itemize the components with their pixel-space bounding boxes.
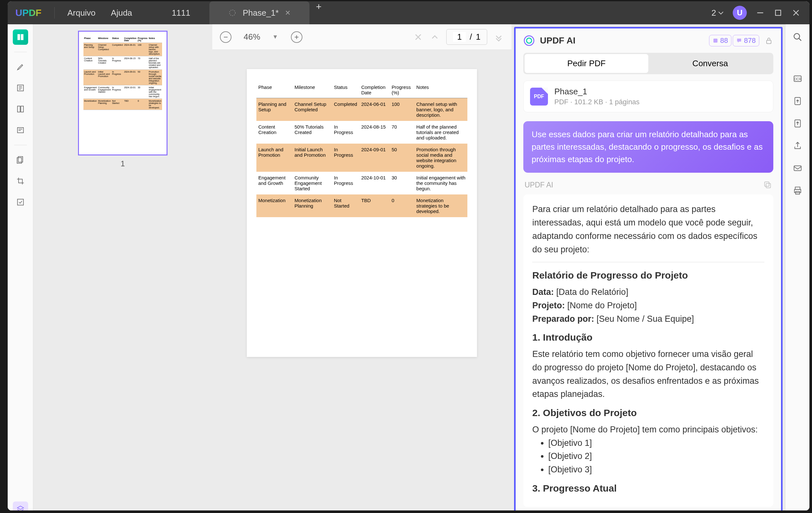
- svg-rect-12: [713, 39, 717, 43]
- pdf-page: PhaseMilestoneStatusCompletion DateProgr…: [247, 69, 477, 357]
- titlebar: UPDF Arquivo Ajuda 1111 Phase_1* × + 2 U: [8, 1, 809, 24]
- app-logo: UPDF: [16, 7, 41, 18]
- view-toolbar: − 46% ▼ + / 1: [212, 24, 512, 50]
- ai-panel: UPDF AI 88 878 Pedir PDF Conversa PDF Ph…: [514, 27, 783, 510]
- search-button[interactable]: [791, 31, 804, 44]
- credits-badge-2[interactable]: 878: [733, 35, 759, 46]
- ai-mode-tabs: Pedir PDF Conversa: [523, 53, 773, 74]
- tab-chat[interactable]: Conversa: [648, 54, 772, 73]
- copy-icon[interactable]: [763, 180, 772, 189]
- svg-rect-5: [21, 106, 23, 112]
- tab-title: 1111: [172, 8, 190, 18]
- form-tool[interactable]: [13, 122, 28, 138]
- svg-line-18: [799, 38, 801, 41]
- zoom-value: 46%: [238, 32, 266, 42]
- svg-point-17: [794, 34, 800, 39]
- minimize-icon[interactable]: [756, 8, 765, 17]
- reader-mode-button[interactable]: [13, 29, 28, 45]
- prev-page-icon[interactable]: [430, 32, 440, 42]
- svg-rect-6: [17, 127, 23, 133]
- svg-rect-14: [766, 183, 771, 188]
- ocr-button[interactable]: OCR: [791, 72, 804, 85]
- separator: [14, 145, 27, 145]
- svg-point-0: [230, 10, 235, 16]
- app-body: PhaseMilestoneStatusCompletion DateProgr…: [8, 24, 809, 510]
- main-view: − 46% ▼ + / 1 PhaseMilestoneStatusComple…: [212, 24, 512, 510]
- svg-point-11: [526, 38, 532, 43]
- maximize-icon[interactable]: [774, 8, 783, 17]
- menu-help[interactable]: Ajuda: [103, 8, 140, 18]
- crop-tool[interactable]: [13, 173, 28, 189]
- tab-phase1[interactable]: Phase_1* ×: [209, 1, 310, 24]
- svg-text:OCR: OCR: [794, 77, 801, 81]
- document-area[interactable]: PhaseMilestoneStatusCompletion DateProgr…: [212, 50, 512, 510]
- redact-tool[interactable]: [13, 195, 28, 210]
- highlight-tool[interactable]: [13, 59, 28, 75]
- layers-button[interactable]: [13, 502, 28, 510]
- ai-title: UPDF AI: [540, 35, 575, 46]
- next-page-icon[interactable]: [494, 32, 504, 42]
- close-window-icon[interactable]: [791, 8, 801, 17]
- tab-counter[interactable]: 2: [712, 8, 724, 18]
- thumbnail-panel: PhaseMilestoneStatusCompletion DateProgr…: [33, 24, 212, 510]
- page-separator: /: [470, 32, 472, 42]
- unsaved-icon: [229, 9, 236, 17]
- print-button[interactable]: [791, 184, 804, 197]
- zoom-in-button[interactable]: +: [291, 31, 302, 43]
- right-toolbar: OCR: [785, 24, 809, 510]
- lock-icon[interactable]: [764, 36, 773, 45]
- tab-1111[interactable]: 1111: [152, 1, 209, 24]
- app-window: UPDF Arquivo Ajuda 1111 Phase_1* × + 2 U: [8, 1, 809, 510]
- first-page-icon[interactable]: [413, 32, 423, 42]
- zoom-out-button[interactable]: −: [220, 31, 231, 43]
- credits-badge-1[interactable]: 88: [709, 35, 731, 46]
- svg-rect-2: [776, 10, 781, 16]
- current-page-input[interactable]: [453, 32, 466, 42]
- separator: [14, 52, 27, 52]
- share-button[interactable]: [791, 139, 804, 152]
- svg-rect-13: [766, 40, 771, 44]
- svg-rect-9: [17, 199, 23, 205]
- avatar[interactable]: U: [733, 6, 747, 20]
- total-pages: 1: [476, 32, 481, 42]
- file-meta: PDF · 101.2 KB · 1 páginas: [554, 98, 640, 106]
- thumbnail-number: 1: [46, 159, 200, 168]
- window-controls: 2 U: [712, 6, 809, 20]
- close-icon[interactable]: ×: [285, 8, 290, 18]
- add-tab-button[interactable]: +: [310, 1, 328, 24]
- menu-file[interactable]: Arquivo: [60, 8, 103, 18]
- svg-rect-4: [17, 106, 20, 112]
- svg-rect-24: [795, 187, 800, 190]
- compress-button[interactable]: [791, 117, 804, 130]
- left-toolbar: [8, 24, 33, 510]
- pdf-file-icon: PDF: [530, 88, 548, 106]
- email-button[interactable]: [791, 162, 804, 175]
- file-card[interactable]: PDF Phase_1 PDF · 101.2 KB · 1 páginas: [523, 81, 773, 112]
- menu-separator: [54, 7, 55, 19]
- svg-rect-15: [765, 182, 769, 187]
- document-tabs: 1111 Phase_1* × +: [152, 1, 328, 24]
- svg-rect-23: [794, 166, 801, 171]
- tab-title: Phase_1*: [243, 8, 279, 18]
- file-name: Phase_1: [554, 87, 640, 96]
- document-table: PhaseMilestoneStatusCompletion DateProgr…: [256, 82, 467, 217]
- svg-point-10: [524, 36, 534, 46]
- user-prompt: Use esses dados para criar um relatório …: [523, 121, 773, 173]
- edit-text-tool[interactable]: [13, 80, 28, 96]
- page-thumbnail[interactable]: PhaseMilestoneStatusCompletion DateProgr…: [78, 31, 168, 155]
- page-indicator: / 1: [446, 29, 487, 45]
- pages-tool[interactable]: [13, 152, 28, 168]
- convert-button[interactable]: [791, 95, 804, 108]
- organize-tool[interactable]: [13, 102, 28, 117]
- ai-logo-icon: [523, 35, 535, 46]
- zoom-dropdown[interactable]: ▼: [272, 34, 278, 40]
- tab-ask-pdf[interactable]: Pedir PDF: [525, 54, 648, 73]
- ai-response: Para criar um relatório detalhado para a…: [523, 195, 773, 507]
- ai-header: UPDF AI 88 878: [516, 28, 781, 53]
- ai-author-label: UPDF AI: [525, 180, 772, 189]
